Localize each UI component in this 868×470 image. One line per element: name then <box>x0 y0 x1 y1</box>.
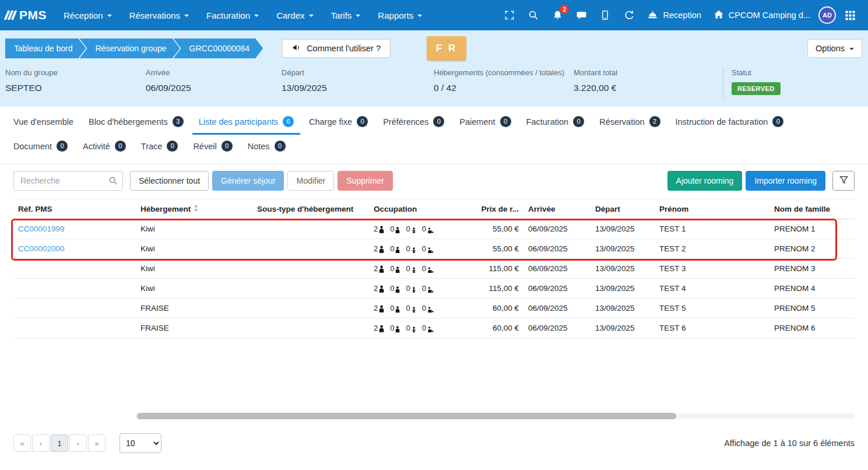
select-all-button[interactable]: Sélectionner tout <box>130 171 209 191</box>
search-icon[interactable] <box>523 5 543 25</box>
cell-departure: 13/09/2025 <box>591 318 655 338</box>
import-rooming-button[interactable]: Importer rooming <box>746 171 825 191</box>
participant-row[interactable]: Kiwi2000115,00 €06/09/202513/09/2025TEST… <box>13 259 855 279</box>
sort-icon[interactable] <box>194 205 198 213</box>
participant-row[interactable]: FRAISE200060,00 €06/09/202513/09/2025TES… <box>13 299 855 318</box>
search-input[interactable] <box>13 171 123 191</box>
participant-row[interactable]: CC00002000Kiwi200055,00 €06/09/202513/09… <box>13 239 855 259</box>
menu-rapports[interactable]: Rapports <box>369 0 431 30</box>
adults-icon <box>379 265 384 273</box>
apps-grid-icon[interactable] <box>840 5 860 25</box>
chevron-down-icon <box>417 15 422 17</box>
occupancy-count: 0 <box>422 225 426 233</box>
breadcrumb-group-reservation[interactable]: Réservation groupe <box>79 38 180 58</box>
prev-page-button[interactable]: ‹ <box>32 434 50 452</box>
tab-label: Bloc d'hébergements <box>89 117 168 127</box>
page-header: Tableau de bord Réservation groupe GRCC0… <box>0 30 868 107</box>
property-menu[interactable]: CPCOM Camping d... <box>709 9 814 22</box>
scrollbar-thumb[interactable] <box>137 413 676 419</box>
occupancy-group: 0 <box>390 304 400 313</box>
tab-reservation[interactable]: Réservation2 <box>593 110 666 135</box>
cell-arrival: 06/09/2025 <box>523 299 591 318</box>
tab-paiement[interactable]: Paiement0 <box>453 110 517 135</box>
col-label: Arrivée <box>528 205 556 213</box>
horizontal-scrollbar[interactable] <box>136 413 855 419</box>
notification-count-badge: 2 <box>560 5 569 14</box>
cell-first-name: TEST 5 <box>655 299 769 318</box>
breadcrumb-reservation-id[interactable]: GRCC00000084 <box>174 38 263 58</box>
summary-value: SEPTEO <box>5 83 142 93</box>
col-label: Prix de r... <box>481 205 519 213</box>
reservation-ref-link[interactable]: CC00001999 <box>18 225 65 233</box>
language-flag-badge[interactable]: F R <box>427 36 466 61</box>
menu-tarifs[interactable]: Tarifs <box>322 0 370 30</box>
tab-count-badge: 0 <box>222 141 233 152</box>
cell-last-name: PRENOM 5 <box>769 299 855 318</box>
children-icon <box>395 286 400 293</box>
avatar[interactable]: AD <box>818 6 836 24</box>
chevron-down-icon <box>184 15 189 17</box>
breadcrumb-dashboard[interactable]: Tableau de bord <box>5 38 86 58</box>
page-size-select[interactable]: 10 <box>120 433 161 453</box>
tab-label: Vue d'ensemble <box>13 117 73 127</box>
participant-row[interactable]: Kiwi2000115,00 €06/09/202513/09/2025TEST… <box>13 279 855 299</box>
cell-price: 60,00 € <box>471 318 523 338</box>
chat-icon[interactable] <box>571 5 591 25</box>
col-label: Nom de famille <box>774 205 830 213</box>
chevron-down-icon <box>849 48 854 50</box>
tab-bloc-d-hebergements[interactable]: Bloc d'hébergements3 <box>82 110 190 135</box>
history-icon[interactable] <box>619 5 639 25</box>
cell-first-name: TEST 6 <box>655 318 769 338</box>
cell-departure: 13/09/2025 <box>591 239 655 259</box>
generate-stay-button[interactable]: Générer séjour <box>212 171 284 191</box>
menu-label: Réception <box>64 10 103 20</box>
cell-accommodation: FRAISE <box>136 299 252 318</box>
menu-reservations[interactable]: Réservations <box>121 0 198 30</box>
menu-reception[interactable]: Réception <box>55 0 121 30</box>
tab-charge-fixe[interactable]: Charge fixe0 <box>303 110 374 135</box>
participant-row[interactable]: CC00001999Kiwi200055,00 €06/09/202513/09… <box>13 219 855 239</box>
fullscreen-icon[interactable] <box>500 5 519 25</box>
tab-facturation[interactable]: Facturation0 <box>520 110 591 135</box>
cell-subtype <box>252 259 369 279</box>
participants-table: Réf. PMS Hébergement Sous-type d'héberge… <box>13 199 855 338</box>
notifications-bell-icon[interactable]: 2 <box>547 5 567 25</box>
first-page-button[interactable]: « <box>13 434 31 452</box>
occupancy-count: 2 <box>374 284 378 293</box>
tab-trace[interactable]: Trace0 <box>135 135 185 159</box>
filter-button[interactable] <box>832 171 855 191</box>
tab-liste-des-participants[interactable]: Liste des participants6 <box>192 110 300 135</box>
menu-cardex[interactable]: Cardex <box>268 0 322 30</box>
tab-vue-d-ensemble[interactable]: Vue d'ensemble <box>7 110 80 135</box>
modify-button[interactable]: Modifier <box>287 171 334 191</box>
delete-button[interactable]: Supprimer <box>338 171 393 191</box>
occupancy-group: 0 <box>390 244 400 253</box>
menu-facturation[interactable]: Facturation <box>198 0 268 30</box>
col-hebergement[interactable]: Hébergement <box>136 199 252 219</box>
tab-notes[interactable]: Notes0 <box>241 135 292 159</box>
occupancy-group: 0 <box>406 244 416 253</box>
occupancy-group: 0 <box>406 225 416 233</box>
occupancy-count: 0 <box>422 284 426 293</box>
tab-document[interactable]: Document0 <box>7 135 74 159</box>
tab-label: Réservation <box>599 117 644 127</box>
chevron-down-icon <box>356 15 360 17</box>
app-logo[interactable]: PMS <box>6 8 47 22</box>
reservation-ref-link[interactable]: CC00002000 <box>18 244 65 253</box>
add-rooming-button[interactable]: Ajouter rooming <box>667 171 743 191</box>
tab-preferences[interactable]: Préférences0 <box>377 110 451 135</box>
breadcrumb: Tableau de bord Réservation groupe GRCC0… <box>5 38 263 58</box>
infants-icon <box>412 247 416 253</box>
help-button[interactable]: Comment l'utiliser ? <box>282 39 391 58</box>
tab-activite[interactable]: Activité0 <box>76 135 132 159</box>
options-button[interactable]: Options <box>807 39 862 58</box>
page-button-1[interactable]: 1 <box>51 434 68 452</box>
tab-instruction-de-facturation[interactable]: Instruction de facturation0 <box>669 110 790 135</box>
reception-menu[interactable]: Reception <box>643 9 705 22</box>
last-page-button[interactable]: » <box>88 434 106 452</box>
next-page-button[interactable]: › <box>69 434 87 452</box>
tab-reveil[interactable]: Réveil0 <box>187 135 238 159</box>
mobile-device-icon[interactable] <box>595 5 615 25</box>
occupancy-count: 2 <box>374 304 378 313</box>
participant-row[interactable]: FRAISE200060,00 €06/09/202513/09/2025TES… <box>13 318 855 338</box>
